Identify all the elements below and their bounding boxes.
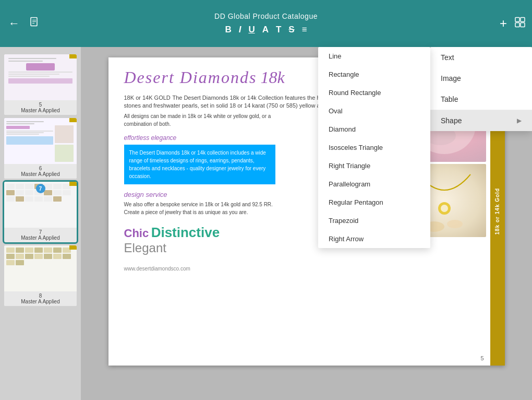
menu-text-label: Text — [441, 53, 454, 62]
shape-right-arrow[interactable]: Right Arrow — [318, 230, 430, 248]
sidebar-page-5[interactable]: 5Master A Applied — [4, 54, 77, 115]
shape-rectangle[interactable]: Rectangle — [318, 65, 430, 84]
document-icon[interactable] — [29, 17, 40, 30]
doc-title-italic: 18k — [260, 68, 284, 87]
bold-button[interactable]: B — [225, 25, 231, 35]
underline-button[interactable]: U — [248, 25, 255, 35]
page-7-label: 7Master A Applied — [4, 228, 77, 242]
pages-sidebar[interactable]: 5Master A Applied — [0, 47, 81, 400]
menu-image[interactable]: Image — [430, 68, 532, 89]
doc-footer-url: www.desertdiamondsco.com — [124, 266, 484, 272]
doc-page-number: 5 — [480, 355, 483, 361]
tagline-chic: Chic — [124, 227, 149, 240]
svg-rect-7 — [521, 23, 525, 27]
shape-round-rectangle[interactable]: Round Rectangle — [318, 84, 430, 102]
shape-right-triangle[interactable]: Right Triangle — [318, 157, 430, 175]
tagline-distinctive: Distinctive — [151, 225, 220, 240]
menu-table-label: Table — [441, 95, 458, 103]
align-button[interactable]: ≡ — [302, 25, 307, 35]
menu-shape[interactable]: Shape ▶ — [430, 110, 532, 131]
sidebar-page-7[interactable]: 7 — [4, 182, 77, 242]
shape-submenu: Line Rectangle Round Rectangle Oval Diam… — [318, 47, 430, 248]
page-8-thumb — [4, 245, 77, 291]
top-bar: ← DD Global Product Catalogue B I U A T … — [0, 0, 532, 47]
shape-line[interactable]: Line — [318, 47, 430, 65]
sidebar-page-6[interactable]: 6Master A Applied — [4, 118, 77, 179]
shape-oval[interactable]: Oval — [318, 102, 430, 120]
svg-point-16 — [447, 220, 463, 228]
menu-section-top: Text Image Table — [430, 47, 532, 110]
shape-isosceles-triangle[interactable]: Isosceles Triangle — [318, 138, 430, 157]
strikethrough-button[interactable]: S — [288, 25, 294, 35]
doc-highlight: The Desert Diamonds 18k or 14k collectio… — [124, 145, 275, 184]
font-t-button[interactable]: T — [276, 25, 281, 35]
svg-rect-4 — [515, 18, 519, 22]
page-7-badge: 7 — [36, 184, 45, 193]
doc-service-text: We also offer a bespoke service in 18k o… — [124, 201, 275, 216]
doc-heading-bold: 18K or 14K GOLD — [124, 95, 171, 101]
doc-body-text: All designs can be made in 18k or 14k wh… — [124, 112, 275, 128]
page-5-label: 5Master A Applied — [4, 100, 77, 115]
menu-table[interactable]: Table — [430, 89, 532, 110]
shape-diamond[interactable]: Diamond — [318, 120, 430, 138]
add-button[interactable]: + — [500, 16, 507, 31]
svg-rect-6 — [515, 23, 519, 27]
doc-title-text: Desert Diamonds — [124, 68, 257, 87]
sidebar-page-8[interactable]: 8Master A Applied — [4, 245, 77, 306]
page-5-thumb — [4, 54, 77, 100]
shape-trapezoid[interactable]: Trapezoid — [318, 211, 430, 230]
shape-regular-pentagon[interactable]: Regular Pentagon — [318, 193, 430, 211]
menu-text[interactable]: Text — [430, 47, 532, 68]
app-title: DD Global Product Catalogue — [214, 12, 318, 20]
doc-side-bar-text: 18k or 14k Gold — [494, 188, 500, 234]
menu-shape-label: Shape — [441, 116, 462, 125]
page-6-thumb — [4, 118, 77, 164]
insert-dropdown-menu: Text Image Table Shape ▶ — [430, 47, 532, 131]
format-toolbar: B I U A T S ≡ — [225, 25, 307, 35]
page-8-label: 8Master A Applied — [4, 291, 77, 306]
back-button[interactable]: ← — [8, 17, 20, 30]
font-a-button[interactable]: A — [262, 25, 269, 35]
pages-button[interactable] — [514, 17, 526, 31]
page-6-label: 6Master A Applied — [4, 164, 77, 179]
menu-image-label: Image — [441, 74, 461, 83]
shape-parallelogram[interactable]: Parallelogram — [318, 175, 430, 193]
svg-point-14 — [441, 205, 448, 212]
svg-rect-5 — [521, 18, 525, 22]
italic-button[interactable]: I — [239, 25, 241, 35]
chevron-right-icon: ▶ — [517, 117, 522, 124]
